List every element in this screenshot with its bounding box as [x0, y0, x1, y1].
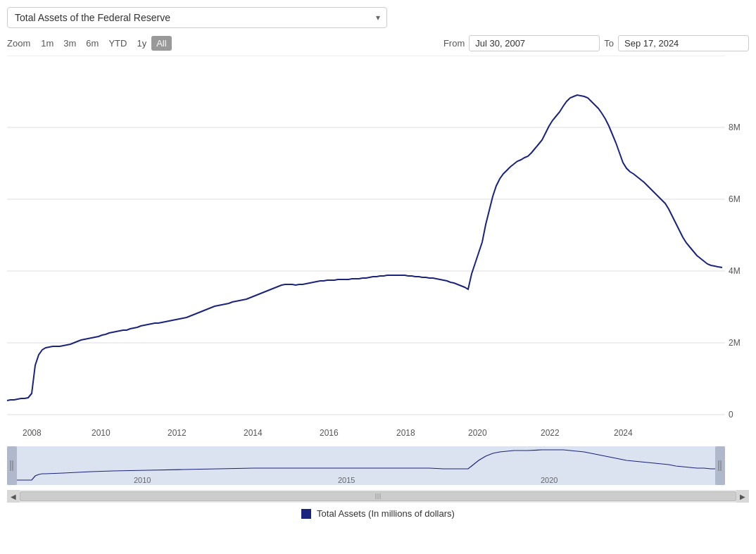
scroll-right-button[interactable]: ▶ — [736, 490, 749, 503]
to-label: To — [604, 38, 614, 49]
from-date-input[interactable] — [469, 35, 600, 51]
x-label-2014: 2014 — [244, 428, 263, 438]
zoom-all-button[interactable]: All — [151, 36, 171, 51]
fed-assets-line — [7, 95, 722, 401]
scrollbar-track[interactable] — [20, 490, 736, 503]
scroll-left-button[interactable]: ◀ — [7, 490, 20, 503]
x-label-2016: 2016 — [320, 428, 339, 438]
scrollbar-grip — [376, 493, 381, 499]
nav-label-2010: 2010 — [134, 476, 151, 484]
x-label-2024: 2024 — [614, 428, 633, 438]
dropdown-row: Total Assets of the Federal Reserve ▾ — [7, 7, 749, 28]
from-label: From — [443, 38, 465, 49]
y-label-4m: 4M — [729, 266, 741, 276]
zoom-6m-button[interactable]: 6m — [81, 36, 103, 51]
controls-row: Zoom 1m 3m 6m YTD 1y All From To — [7, 35, 749, 51]
chart-legend: Total Assets (In millions of dollars) — [7, 508, 749, 519]
legend-color-swatch — [301, 509, 311, 519]
y-label-0: 0 — [729, 410, 733, 420]
main-chart-svg: 0 2M 4M 6M 8M 2008 2010 2012 2014 2016 2… — [7, 56, 749, 446]
title-dropdown-wrapper: Total Assets of the Federal Reserve ▾ — [7, 7, 387, 28]
svg-rect-6 — [7, 446, 725, 485]
x-label-2022: 2022 — [541, 428, 560, 438]
svg-rect-8 — [715, 446, 725, 485]
to-date-input[interactable] — [618, 35, 749, 51]
main-chart-wrapper: 0 2M 4M 6M 8M 2008 2010 2012 2014 2016 2… — [7, 56, 749, 446]
x-label-2012: 2012 — [168, 428, 187, 438]
y-label-6m: 6M — [729, 194, 741, 204]
x-label-2010: 2010 — [92, 428, 111, 438]
y-label-2m: 2M — [729, 338, 741, 348]
zoom-1m-button[interactable]: 1m — [36, 36, 58, 51]
x-label-2008: 2008 — [23, 428, 42, 438]
nav-label-2015: 2015 — [338, 476, 355, 484]
legend-label: Total Assets (In millions of dollars) — [317, 508, 455, 519]
y-label-8m: 8M — [729, 122, 741, 132]
date-range: From To — [443, 35, 749, 51]
nav-label-2020: 2020 — [541, 476, 557, 484]
navigator-svg: 2010 2015 2020 — [7, 446, 749, 490]
zoom-3m-button[interactable]: 3m — [58, 36, 81, 51]
zoom-ytd-button[interactable]: YTD — [103, 36, 132, 51]
chart-title-dropdown[interactable]: Total Assets of the Federal Reserve — [7, 7, 387, 28]
zoom-1y-button[interactable]: 1y — [132, 36, 151, 51]
navigator-wrapper: 2010 2015 2020 — [7, 446, 749, 490]
scrollbar-row: ◀ ▶ — [7, 490, 749, 503]
zoom-label: Zoom — [7, 38, 30, 49]
x-label-2018: 2018 — [396, 428, 415, 438]
svg-rect-7 — [7, 446, 17, 485]
x-label-2020: 2020 — [468, 428, 487, 438]
